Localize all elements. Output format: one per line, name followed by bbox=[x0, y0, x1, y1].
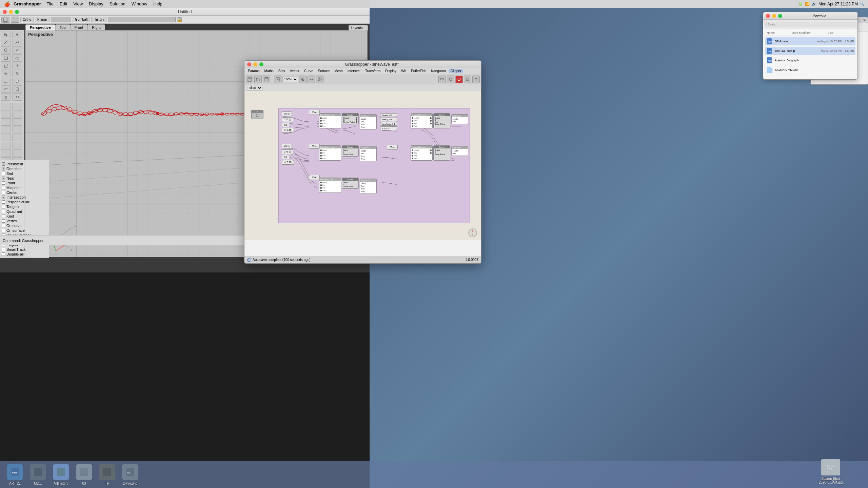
gh-trans-3[interactable]: Translation vec... Length Res Amp Freq bbox=[319, 178, 341, 193]
gh-zoom-select[interactable]: 100% 75% 50% 150% bbox=[282, 77, 298, 82]
gh-slider-amp-1[interactable]: Amplitude ◎ 1 bbox=[380, 122, 397, 126]
toolbar-search[interactable] bbox=[108, 17, 176, 22]
minimize-btn[interactable] bbox=[9, 10, 13, 14]
osnap-smarttrack-check[interactable] bbox=[2, 248, 5, 251]
gh-endpoint-right-1[interactable]: EndPoint Length Res bbox=[451, 114, 468, 124]
gh-yes-3[interactable]: Yes bbox=[309, 175, 320, 180]
gh-menu-sets[interactable]: Sets bbox=[276, 69, 287, 73]
search-icon[interactable]: 🔍 bbox=[860, 2, 865, 6]
osnap-tangent-check[interactable] bbox=[2, 205, 5, 208]
menu-edit[interactable]: Edit bbox=[57, 1, 70, 6]
toolbar-history[interactable]: History bbox=[91, 17, 106, 22]
osnap-oneshot[interactable]: ✓ One shot bbox=[2, 166, 47, 171]
tool-circle[interactable] bbox=[1, 46, 11, 54]
osnap-knot-check[interactable] bbox=[2, 215, 5, 218]
gh-tool-open[interactable] bbox=[254, 76, 262, 83]
tool-cage[interactable] bbox=[12, 85, 22, 93]
toolbar-snap-input[interactable] bbox=[51, 17, 71, 22]
osnap-center-check[interactable] bbox=[2, 191, 5, 194]
gh-endpoint-3[interactable]: EndPoint Length Res Amp Freq bbox=[360, 179, 377, 194]
osnap-oncurve[interactable]: On curve bbox=[2, 223, 47, 228]
osnap-knot[interactable]: Knot bbox=[2, 214, 47, 219]
gh-menu-wb[interactable]: Wb bbox=[399, 69, 408, 73]
tool-analyze[interactable] bbox=[12, 70, 22, 77]
gh-tool-bake[interactable] bbox=[308, 76, 315, 83]
osnap-disableall[interactable]: Disable all bbox=[2, 252, 47, 257]
osnap-perp-check[interactable] bbox=[2, 200, 5, 204]
tool-r9[interactable] bbox=[1, 134, 11, 141]
close-btn[interactable] bbox=[3, 10, 7, 14]
tool-extrude[interactable] bbox=[1, 62, 11, 69]
tool-r3[interactable] bbox=[1, 110, 11, 118]
gh-yes-1[interactable]: Yes bbox=[309, 110, 320, 115]
osnap-smarttrack[interactable]: SmartTrack bbox=[2, 247, 47, 252]
toolbar-icon-1[interactable] bbox=[1, 17, 9, 23]
gh-tool-new[interactable] bbox=[246, 76, 253, 83]
osnap-disableall-check[interactable] bbox=[2, 252, 5, 256]
gh-endpoint-1[interactable]: EndPoint Length Res Amp Freq bbox=[360, 114, 377, 129]
tool-draping[interactable] bbox=[1, 85, 11, 93]
tool-extra[interactable] bbox=[12, 93, 22, 101]
gh-number-5[interactable]: 10 ◎ bbox=[282, 144, 292, 148]
gh-trans-right-1[interactable]: Translation vec... Length Res Amp Freq bbox=[411, 113, 433, 128]
osnap-persistent-check[interactable]: ✓ bbox=[2, 162, 5, 166]
osnap-quadrant[interactable]: Quadrant bbox=[2, 209, 47, 214]
maximize-btn[interactable] bbox=[15, 10, 19, 14]
finder-item-2[interactable]: PDF Text-43...905.p — lay at 10:52 PM 1.… bbox=[765, 47, 855, 55]
taskbar-item-63[interactable]: 63 bbox=[76, 464, 92, 485]
tool-surface[interactable] bbox=[12, 54, 22, 62]
gh-minimize-btn[interactable] bbox=[253, 62, 257, 66]
gh-trans-1[interactable]: Translation vec... Length Res Amp Freq bbox=[319, 113, 341, 128]
gh-endpoint-right-2[interactable]: EndPoint Length Res bbox=[451, 146, 468, 156]
osnap-point-check[interactable] bbox=[2, 181, 5, 185]
menu-display[interactable]: Display bbox=[86, 1, 106, 6]
gh-number-4[interactable]: ◎ 0.15 bbox=[282, 128, 294, 133]
gh-tool-r3[interactable] bbox=[455, 76, 463, 83]
tool-r8[interactable] bbox=[12, 126, 22, 134]
gh-cluster-right-2[interactable]: Cluster Output C Center Points bbox=[433, 145, 450, 161]
osnap-tangent[interactable]: Tangent bbox=[2, 204, 47, 209]
osnap-midpoint-check[interactable] bbox=[2, 186, 5, 189]
tool-polyline[interactable] bbox=[12, 39, 22, 46]
osnap-onsurface[interactable]: On surface bbox=[2, 228, 47, 233]
finder-close[interactable] bbox=[766, 14, 770, 18]
finder-item-4[interactable]: SIGGRAPH2020 bbox=[765, 66, 855, 74]
gh-number-6[interactable]: 275 ◎ bbox=[282, 149, 293, 154]
finder-maximize[interactable] bbox=[778, 14, 782, 18]
gh-menu-vector[interactable]: Vector bbox=[288, 69, 301, 73]
gh-tool-r4[interactable] bbox=[464, 76, 471, 83]
taskbar-item-art22[interactable]: ART ART 22 bbox=[7, 464, 23, 485]
desktop-screenshot[interactable]: ScreenShot Screen Shot2020-0...AM.jpg bbox=[817, 459, 844, 484]
gh-cluster-right-1[interactable]: Cluster Output C Amp Center Points bbox=[433, 113, 450, 128]
osnap-vertex[interactable]: Vertex bbox=[2, 219, 47, 223]
gh-menu-maths[interactable]: Maths bbox=[262, 69, 275, 73]
tool-r6[interactable] bbox=[12, 118, 22, 126]
gh-menu-mesh[interactable]: Mesh bbox=[332, 69, 344, 73]
tool-r2[interactable] bbox=[12, 103, 22, 110]
tab-front[interactable]: Front bbox=[70, 24, 88, 30]
gh-menu-pufferfish[interactable]: PufferFish bbox=[409, 69, 428, 73]
gh-menu-display[interactable]: Display bbox=[383, 69, 398, 73]
tab-right[interactable]: Right bbox=[87, 24, 105, 30]
tool-rect[interactable] bbox=[1, 54, 11, 62]
tool-select[interactable] bbox=[1, 31, 11, 38]
gh-close-btn[interactable] bbox=[247, 62, 251, 66]
gh-number-1[interactable]: 10 ◎ bbox=[282, 111, 292, 116]
gh-number-7[interactable]: 0.1 bbox=[282, 155, 290, 159]
gh-tool-preview[interactable] bbox=[299, 76, 307, 83]
gh-tool-save[interactable] bbox=[263, 76, 270, 83]
osnap-persistent[interactable]: ✓ Persistent bbox=[2, 162, 47, 166]
gh-tool-zoomfit[interactable] bbox=[274, 76, 281, 83]
gh-tool-r2[interactable] bbox=[447, 76, 454, 83]
finder-item-3[interactable]: PDF Agency_Biograph... bbox=[765, 56, 855, 64]
gh-number-3[interactable]: 0.1 bbox=[282, 123, 290, 127]
gh-number-2[interactable]: 275 ◎ bbox=[282, 117, 293, 122]
tool-r10[interactable] bbox=[12, 134, 22, 141]
osnap-near[interactable]: ✓ Near bbox=[2, 176, 47, 181]
gh-menu-surface[interactable]: Surface bbox=[316, 69, 332, 73]
gh-canvas[interactable]: x Vx Vy 10 ◎ 275 ◎ 0.1 ◎ 0.15 10 ◎ 275 ◎… bbox=[244, 91, 481, 240]
gh-menu-transform[interactable]: Transform bbox=[363, 69, 382, 73]
gh-yes-2[interactable]: Yes bbox=[309, 144, 320, 149]
finder-minimize[interactable] bbox=[772, 14, 776, 18]
tool-render[interactable] bbox=[12, 78, 22, 85]
